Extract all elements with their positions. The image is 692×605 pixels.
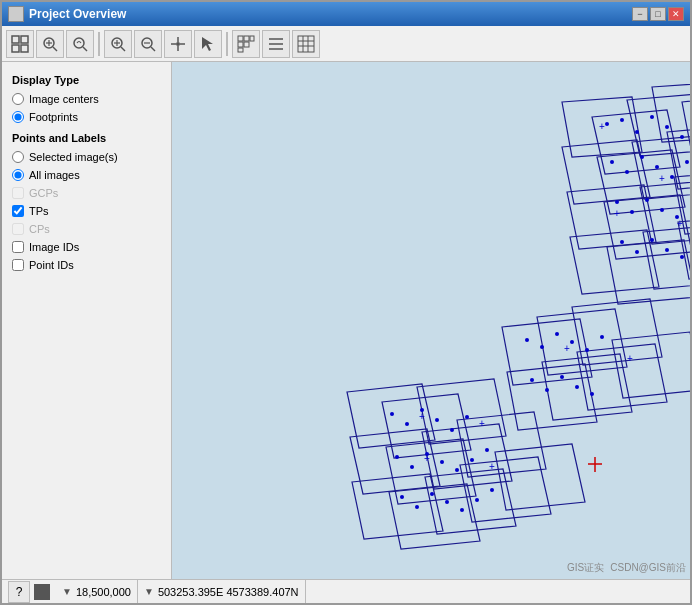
svg-text:+: +	[424, 453, 430, 464]
radio-footprints[interactable]: Footprints	[12, 110, 161, 124]
svg-rect-19	[244, 36, 249, 41]
svg-point-136	[575, 385, 579, 389]
project-overview-window: Project Overview − □ ✕	[0, 0, 692, 605]
svg-marker-66	[572, 299, 662, 365]
svg-point-71	[605, 122, 609, 126]
svg-point-83	[640, 155, 644, 159]
radio-footprints-input[interactable]	[12, 111, 24, 123]
svg-point-137	[590, 392, 594, 396]
svg-rect-3	[21, 45, 28, 52]
svg-point-94	[660, 208, 664, 212]
image-ids-checkbox[interactable]	[12, 241, 24, 253]
point-ids-checkbox-item[interactable]: Point IDs	[12, 258, 161, 272]
svg-point-113	[395, 455, 399, 459]
minimize-button[interactable]: −	[632, 7, 648, 21]
svg-point-8	[74, 38, 84, 48]
radio-selected-images[interactable]: Selected image(s)	[12, 150, 161, 164]
cps-checkbox-item: CPs	[12, 222, 161, 236]
svg-point-85	[670, 175, 674, 179]
svg-point-114	[410, 465, 414, 469]
svg-marker-59	[352, 474, 443, 539]
svg-marker-70	[612, 332, 690, 398]
svg-point-104	[680, 255, 684, 259]
svg-point-131	[585, 348, 589, 352]
svg-point-102	[650, 238, 654, 242]
svg-rect-0	[12, 36, 19, 43]
svg-point-134	[545, 388, 549, 392]
svg-line-15	[151, 47, 155, 51]
svg-text:+: +	[677, 218, 683, 229]
table-view-button[interactable]	[292, 30, 320, 58]
svg-point-91	[615, 200, 619, 204]
svg-point-75	[665, 125, 669, 129]
svg-point-82	[625, 170, 629, 174]
svg-point-124	[460, 508, 464, 512]
cps-label: CPs	[29, 223, 50, 235]
svg-rect-20	[250, 36, 254, 41]
zoom-extent-button[interactable]	[66, 30, 94, 58]
svg-point-127	[525, 338, 529, 342]
svg-marker-48	[607, 240, 690, 304]
svg-point-117	[455, 468, 459, 472]
image-ids-checkbox-item[interactable]: Image IDs	[12, 240, 161, 254]
zoom-fit-button[interactable]	[36, 30, 64, 58]
svg-point-123	[445, 500, 449, 504]
close-button[interactable]: ✕	[668, 7, 684, 21]
display-type-label: Display Type	[12, 74, 161, 86]
svg-text:+: +	[419, 411, 425, 422]
svg-point-17	[176, 42, 180, 46]
svg-text:+: +	[614, 208, 620, 219]
svg-rect-21	[238, 42, 243, 47]
svg-point-130	[570, 340, 574, 344]
svg-marker-63	[495, 444, 585, 510]
pan-button[interactable]	[164, 30, 192, 58]
zoom-in-button[interactable]	[104, 30, 132, 58]
svg-marker-67	[507, 364, 597, 430]
radio-all-images[interactable]: All images	[12, 168, 161, 182]
svg-point-72	[620, 118, 624, 122]
image-ids-label: Image IDs	[29, 241, 79, 253]
svg-text:+: +	[479, 418, 485, 429]
status-bar: ? ▼ 18,500,000 ▼ 503253.395E 4573389.407…	[2, 579, 690, 603]
content-area: Display Type Image centers Footprints Po…	[2, 62, 690, 579]
radio-all-input[interactable]	[12, 169, 24, 181]
radio-image-centers-input[interactable]	[12, 93, 24, 105]
svg-point-121	[415, 505, 419, 509]
svg-point-129	[555, 332, 559, 336]
select-button[interactable]	[194, 30, 222, 58]
maximize-button[interactable]: □	[650, 7, 666, 21]
svg-line-5	[53, 47, 57, 51]
svg-point-81	[610, 160, 614, 164]
overview-button[interactable]	[6, 30, 34, 58]
status-indicator	[34, 584, 50, 600]
tps-checkbox-item[interactable]: TPs	[12, 204, 161, 218]
gcps-checkbox-item: GCPs	[12, 186, 161, 200]
svg-point-101	[635, 250, 639, 254]
cps-checkbox	[12, 223, 24, 235]
svg-point-110	[435, 418, 439, 422]
coord-status: ▼ 503253.395E 4573389.407N	[138, 580, 306, 603]
radio-selected-input[interactable]	[12, 151, 24, 163]
svg-rect-22	[244, 42, 249, 47]
grid-view-button[interactable]	[232, 30, 260, 58]
map-area[interactable]: + + + + + + + + + + + + + +	[172, 62, 690, 579]
window-icon	[8, 6, 24, 22]
tps-checkbox[interactable]	[12, 205, 24, 217]
zoom-out-button[interactable]	[134, 30, 162, 58]
title-buttons: − □ ✕	[632, 7, 684, 21]
svg-text:+: +	[564, 343, 570, 354]
svg-point-103	[665, 248, 669, 252]
help-button[interactable]: ?	[8, 581, 30, 603]
svg-text:+: +	[659, 173, 665, 184]
radio-image-centers[interactable]: Image centers	[12, 92, 161, 106]
svg-point-118	[470, 458, 474, 462]
title-bar-left: Project Overview	[8, 6, 126, 22]
svg-line-9	[83, 47, 87, 51]
svg-marker-68	[542, 354, 632, 420]
point-ids-checkbox[interactable]	[12, 259, 24, 271]
list-view-button[interactable]	[262, 30, 290, 58]
svg-point-73	[635, 130, 639, 134]
svg-point-126	[490, 488, 494, 492]
svg-point-112	[465, 415, 469, 419]
svg-point-133	[530, 378, 534, 382]
